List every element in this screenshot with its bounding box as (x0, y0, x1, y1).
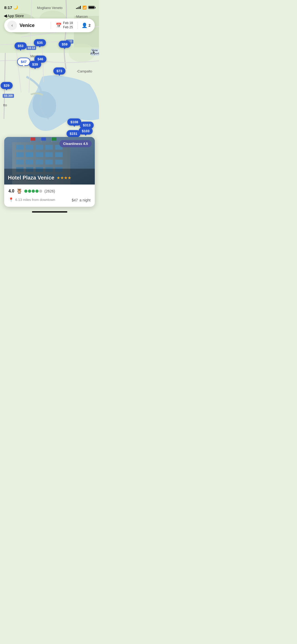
price-pin-73[interactable]: $73 (53, 67, 65, 75)
tripadvisor-icon: 🦉 (16, 188, 22, 194)
app-store-back-button[interactable]: ◀ App Store (4, 13, 24, 18)
divider (51, 22, 51, 29)
svg-rect-25 (16, 160, 23, 164)
hotel-distance-price-row: 📍 6.13 miles from downtown $47 a night (8, 196, 91, 203)
wifi-icon: 📶 (82, 6, 87, 10)
status-bar: 8:17 🌙 📶 (0, 0, 99, 12)
svg-rect-28 (45, 160, 53, 164)
review-count: (2626) (44, 189, 55, 193)
moon-icon: 🌙 (13, 5, 18, 10)
price-pin-103[interactable]: $103 (79, 127, 93, 135)
price-pin-108[interactable]: $108 (67, 118, 81, 126)
svg-rect-21 (26, 152, 33, 157)
hotel-card-container: Cleanliness 4.5 Hotel Plaza Venice ★★★★ … (4, 137, 95, 207)
price-pin-39[interactable]: $39 (29, 61, 41, 68)
airplane-icon: ✈ (92, 50, 95, 54)
price-pin-47-selected[interactable]: $47 (17, 58, 30, 66)
svg-rect-26 (26, 160, 33, 164)
status-time: 8:17 🌙 (4, 5, 18, 10)
hotel-name: Hotel Plaza Venice (8, 175, 54, 181)
time-text: 8:17 (4, 5, 12, 10)
price-pin-59[interactable]: $59 (59, 41, 71, 48)
calendar-icon: 📅 (56, 22, 62, 28)
svg-rect-43 (41, 137, 46, 141)
svg-rect-15 (16, 145, 23, 150)
hotel-rating-row: 4.0 🦉 (2626) (8, 188, 91, 194)
back-arrow-icon: ◀ (4, 13, 7, 18)
guests-count: 2 (88, 23, 91, 27)
review-dots (24, 190, 42, 193)
dates-text: Feb 18 Feb 25 (63, 21, 73, 29)
location-pin-icon: 📍 (8, 197, 14, 202)
search-back-button[interactable]: ‹ (7, 21, 17, 30)
dot-2 (28, 190, 31, 193)
svg-rect-16 (26, 145, 33, 150)
svg-rect-20 (16, 152, 23, 157)
svg-rect-27 (36, 160, 43, 164)
home-indicator (32, 211, 67, 213)
dot-1 (24, 190, 27, 193)
search-bar: ‹ Venice 📅 Feb 18 Feb 25 👤 2 (4, 19, 95, 32)
signal-icon (76, 6, 81, 9)
price-pin-35[interactable]: $35 (34, 39, 46, 46)
status-right: 📶 (76, 6, 95, 10)
svg-rect-24 (55, 152, 63, 157)
hotel-info: 4.0 🦉 (2626) 📍 6.13 miles from downtown (4, 185, 95, 207)
divider2 (78, 22, 78, 29)
price-label: $47 (72, 198, 78, 202)
dates-selector[interactable]: 📅 Feb 18 Feb 25 (54, 21, 75, 29)
svg-rect-22 (36, 152, 43, 157)
hotel-stars: ★★★★ (56, 175, 71, 180)
app-store-label: App Store (7, 14, 24, 18)
location-info: 📍 6.13 miles from downtown (8, 197, 55, 202)
battery-icon (88, 6, 95, 9)
hotel-card[interactable]: Cleanliness 4.5 Hotel Plaza Venice ★★★★ … (4, 137, 95, 207)
svg-rect-29 (55, 160, 63, 164)
rating-score: 4.0 (8, 189, 14, 194)
hotel-image: Cleanliness 4.5 Hotel Plaza Venice ★★★★ (4, 137, 95, 185)
distance-text: 6.13 miles from downtown (15, 198, 55, 202)
person-icon: 👤 (82, 22, 87, 28)
chevron-left-icon: ‹ (11, 23, 13, 28)
location-text: Venice (20, 23, 48, 28)
cleanliness-badge: Cleanliness 4.5 (59, 140, 92, 147)
dot-4 (35, 190, 39, 193)
svg-rect-23 (45, 152, 53, 157)
hotel-name-overlay: Hotel Plaza Venice ★★★★ (8, 175, 91, 181)
guests-selector[interactable]: 👤 2 (81, 22, 92, 28)
price-unit: a night (79, 198, 91, 202)
dot-3 (32, 190, 35, 193)
price-pin-53[interactable]: $53 (15, 42, 27, 49)
dot-5-empty (39, 190, 42, 193)
svg-rect-45 (52, 137, 56, 141)
svg-rect-18 (45, 145, 53, 150)
svg-rect-41 (31, 137, 35, 141)
price-info: $47 a night (72, 196, 91, 203)
price-pin-29[interactable]: $29 (1, 82, 13, 89)
svg-rect-17 (36, 145, 43, 150)
price-pin-151[interactable]: $151 (67, 130, 81, 137)
